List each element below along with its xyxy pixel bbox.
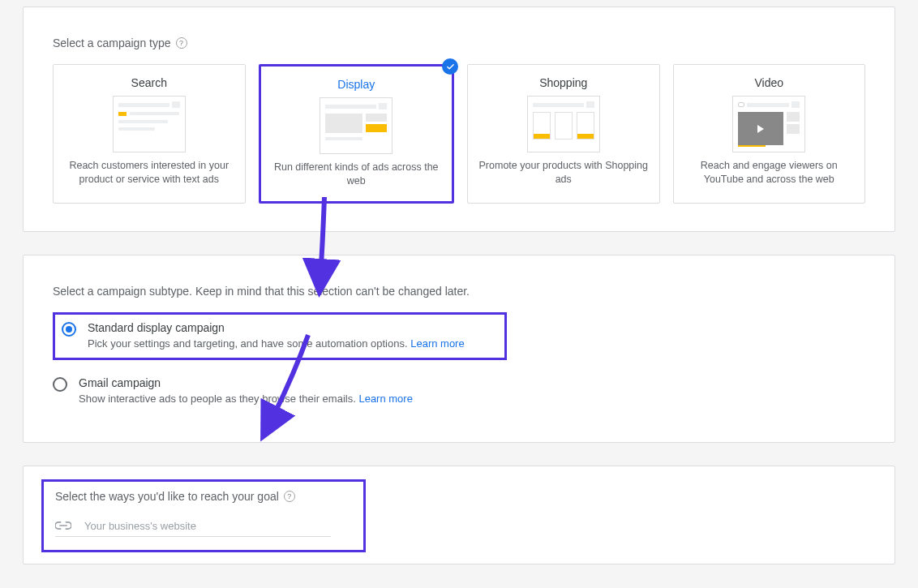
- check-icon: [442, 58, 458, 75]
- subtype-desc-text: Show interactive ads to people as they b…: [79, 393, 356, 405]
- subtype-desc: Show interactive ads to people as they b…: [79, 393, 413, 405]
- card-illustration-icon: [732, 96, 805, 152]
- card-title: Shopping: [478, 76, 650, 89]
- campaign-subtype-heading: Select a campaign subtype. Keep in mind …: [53, 285, 865, 298]
- card-title: Video: [684, 76, 856, 89]
- card-illustration-icon: [113, 96, 186, 152]
- subtype-option-gmail[interactable]: Gmail campaign Show interactive ads to p…: [53, 368, 865, 414]
- reach-goal-highlight: Select the ways you'd like to reach your…: [41, 479, 366, 552]
- campaign-type-heading-text: Select a campaign type: [53, 36, 171, 49]
- card-illustration-icon: [320, 97, 393, 154]
- learn-more-link[interactable]: Learn more: [358, 393, 412, 405]
- card-desc: Reach and engage viewers on YouTube and …: [684, 159, 856, 187]
- website-input-row: [55, 514, 331, 537]
- campaign-type-card-search[interactable]: Search Reach customers interested in you…: [53, 64, 246, 204]
- campaign-type-card-shopping[interactable]: Shopping Promote your products with Shop…: [467, 64, 660, 204]
- reach-goal-panel: Select the ways you'd like to reach your…: [23, 466, 895, 564]
- campaign-type-panel: Select a campaign type ? Search Reach cu…: [23, 6, 895, 232]
- campaign-type-card-display[interactable]: Display Run different kinds of ads acros…: [259, 64, 455, 204]
- card-title: Display: [271, 78, 443, 91]
- subtype-title: Standard display campaign: [88, 321, 465, 334]
- help-icon[interactable]: ?: [176, 37, 187, 49]
- campaign-type-row: Search Reach customers interested in you…: [53, 64, 865, 204]
- reach-goal-heading: Select the ways you'd like to reach your…: [55, 490, 352, 503]
- card-desc: Reach customers interested in your produ…: [63, 159, 235, 187]
- card-desc: Run different kinds of ads across the we…: [271, 161, 443, 188]
- reach-goal-heading-text: Select the ways you'd like to reach your…: [55, 490, 279, 503]
- campaign-subtype-heading-text: Select a campaign subtype. Keep in mind …: [53, 285, 470, 298]
- help-icon[interactable]: ?: [284, 491, 295, 502]
- campaign-type-heading: Select a campaign type ?: [53, 36, 865, 49]
- website-input[interactable]: [83, 519, 331, 533]
- campaign-subtype-panel: Select a campaign subtype. Keep in mind …: [23, 255, 895, 443]
- radio-icon[interactable]: [53, 377, 67, 392]
- subtype-desc-text: Pick your settings and targeting, and ha…: [88, 337, 408, 350]
- card-desc: Promote your products with Shopping ads: [478, 159, 650, 187]
- link-icon: [55, 521, 71, 530]
- subtype-desc: Pick your settings and targeting, and ha…: [88, 337, 465, 350]
- card-title: Search: [63, 76, 235, 89]
- radio-icon[interactable]: [62, 322, 76, 337]
- subtype-option-standard[interactable]: Standard display campaign Pick your sett…: [53, 312, 507, 360]
- card-illustration-icon: [527, 96, 600, 152]
- learn-more-link[interactable]: Learn more: [410, 337, 464, 350]
- subtype-title: Gmail campaign: [79, 376, 413, 389]
- campaign-type-card-video[interactable]: Video Reach and engage viewers on YouTub…: [673, 64, 866, 204]
